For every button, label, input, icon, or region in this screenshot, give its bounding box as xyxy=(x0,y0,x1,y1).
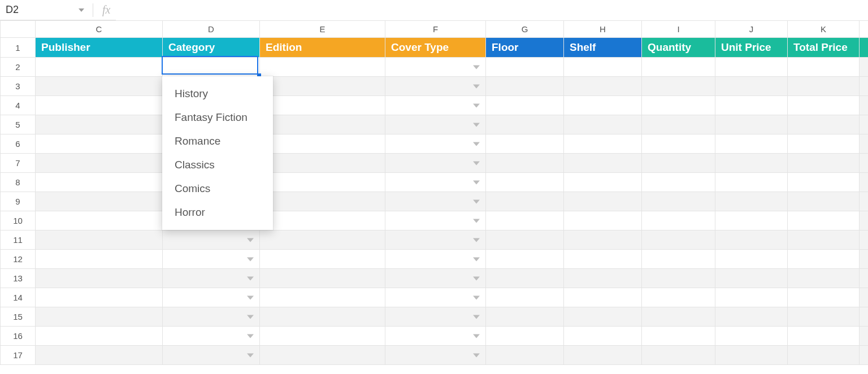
cell-J12[interactable] xyxy=(715,250,788,269)
cell-F5[interactable] xyxy=(385,115,486,134)
dropdown-option[interactable]: History xyxy=(162,82,273,106)
cell-J7[interactable] xyxy=(715,154,788,173)
cell-H7[interactable] xyxy=(564,154,642,173)
cell-H11[interactable] xyxy=(564,231,642,250)
dropdown-caret-icon[interactable] xyxy=(473,276,480,280)
cell-K16[interactable] xyxy=(788,327,860,346)
dropdown-caret-icon[interactable] xyxy=(247,276,254,280)
cell-C7[interactable] xyxy=(36,154,163,173)
row-header-13[interactable]: 13 xyxy=(1,269,36,288)
cell-E10[interactable] xyxy=(260,211,385,231)
dropdown-option[interactable]: Fantasy Fiction xyxy=(162,106,273,129)
cell-G16[interactable] xyxy=(486,327,564,346)
cell-G10[interactable] xyxy=(486,211,564,231)
column-header-K[interactable]: K xyxy=(788,21,860,38)
cell-F4[interactable] xyxy=(385,96,486,115)
cell-K2[interactable] xyxy=(788,58,860,77)
cell-D15[interactable] xyxy=(163,307,260,327)
cell-C15[interactable] xyxy=(36,307,163,327)
cell-I3[interactable] xyxy=(642,77,715,96)
cell-I10[interactable] xyxy=(642,211,715,231)
cell-K8[interactable] xyxy=(788,173,860,192)
cell-C14[interactable] xyxy=(36,288,163,307)
row-header-11[interactable]: 11 xyxy=(1,231,36,250)
cell-H10[interactable] xyxy=(564,211,642,231)
dropdown-caret-icon[interactable] xyxy=(473,295,480,299)
cell-K17[interactable] xyxy=(788,346,860,365)
cell-I12[interactable] xyxy=(642,250,715,269)
column-header-F[interactable]: F xyxy=(385,21,486,38)
cell-E7[interactable] xyxy=(260,154,385,173)
column-header-J[interactable]: J xyxy=(715,21,788,38)
row-header-9[interactable]: 9 xyxy=(1,192,36,211)
dropdown-option[interactable]: Horror xyxy=(162,201,273,224)
cell-G9[interactable] xyxy=(486,192,564,211)
cell-H9[interactable] xyxy=(564,192,642,211)
cell-K3[interactable] xyxy=(788,77,860,96)
cell-J9[interactable] xyxy=(715,192,788,211)
cell-K9[interactable] xyxy=(788,192,860,211)
cell-F10[interactable] xyxy=(385,211,486,231)
row-header-7[interactable]: 7 xyxy=(1,154,36,173)
dropdown-caret-icon[interactable] xyxy=(247,238,254,242)
cell-E3[interactable] xyxy=(260,77,385,96)
cell-H12[interactable] xyxy=(564,250,642,269)
cell-G2[interactable] xyxy=(486,58,564,77)
dropdown-caret-icon[interactable] xyxy=(473,238,480,242)
name-box-dropdown[interactable] xyxy=(73,8,89,12)
dropdown-caret-icon[interactable] xyxy=(473,142,480,146)
cell-J11[interactable] xyxy=(715,231,788,250)
cell-G13[interactable] xyxy=(486,269,564,288)
cell-F3[interactable] xyxy=(385,77,486,96)
cell-E17[interactable] xyxy=(260,346,385,365)
dropdown-caret-icon[interactable] xyxy=(473,180,480,184)
dropdown-caret-icon[interactable] xyxy=(247,353,254,357)
cell-I4[interactable] xyxy=(642,96,715,115)
cell-C9[interactable] xyxy=(36,192,163,211)
row-header-4[interactable]: 4 xyxy=(1,96,36,115)
cell-J2[interactable] xyxy=(715,58,788,77)
cell-K15[interactable] xyxy=(788,307,860,327)
row-header-6[interactable]: 6 xyxy=(1,134,36,154)
header-cell-D[interactable]: Category xyxy=(163,38,259,57)
cell-C13[interactable] xyxy=(36,269,163,288)
cell-F8[interactable] xyxy=(385,173,486,192)
column-header-D[interactable]: D xyxy=(163,21,260,38)
cell-J4[interactable] xyxy=(715,96,788,115)
cell-J6[interactable] xyxy=(715,134,788,154)
dropdown-caret-icon[interactable] xyxy=(473,84,480,88)
cell-C6[interactable] xyxy=(36,134,163,154)
cell-G14[interactable] xyxy=(486,288,564,307)
column-header-H[interactable]: H xyxy=(564,21,642,38)
dropdown-caret-icon[interactable] xyxy=(473,161,480,165)
dropdown-caret-icon[interactable] xyxy=(473,65,480,69)
cell-D12[interactable] xyxy=(163,250,260,269)
cell-J15[interactable] xyxy=(715,307,788,327)
cell-F17[interactable] xyxy=(385,346,486,365)
cell-E15[interactable] xyxy=(260,307,385,327)
cell-J5[interactable] xyxy=(715,115,788,134)
header-cell-E[interactable]: Edition xyxy=(260,38,385,57)
cell-K6[interactable] xyxy=(788,134,860,154)
cell-K12[interactable] xyxy=(788,250,860,269)
dropdown-caret-icon[interactable] xyxy=(473,334,480,338)
cell-J10[interactable] xyxy=(715,211,788,231)
cell-I16[interactable] xyxy=(642,327,715,346)
cell-E5[interactable] xyxy=(260,115,385,134)
cell-K14[interactable] xyxy=(788,288,860,307)
dropdown-caret-icon[interactable] xyxy=(473,103,480,107)
cell-I7[interactable] xyxy=(642,154,715,173)
cell-D14[interactable] xyxy=(163,288,260,307)
cell-H14[interactable] xyxy=(564,288,642,307)
cell-E6[interactable] xyxy=(260,134,385,154)
cell-K11[interactable] xyxy=(788,231,860,250)
column-header-I[interactable]: I xyxy=(642,21,715,38)
cell-E14[interactable] xyxy=(260,288,385,307)
cell-G11[interactable] xyxy=(486,231,564,250)
cell-K4[interactable] xyxy=(788,96,860,115)
cell-H15[interactable] xyxy=(564,307,642,327)
dropdown-caret-icon[interactable] xyxy=(473,257,480,261)
cell-E13[interactable] xyxy=(260,269,385,288)
row-header-2[interactable]: 2 xyxy=(1,58,36,77)
dropdown-option[interactable]: Classics xyxy=(162,153,273,177)
